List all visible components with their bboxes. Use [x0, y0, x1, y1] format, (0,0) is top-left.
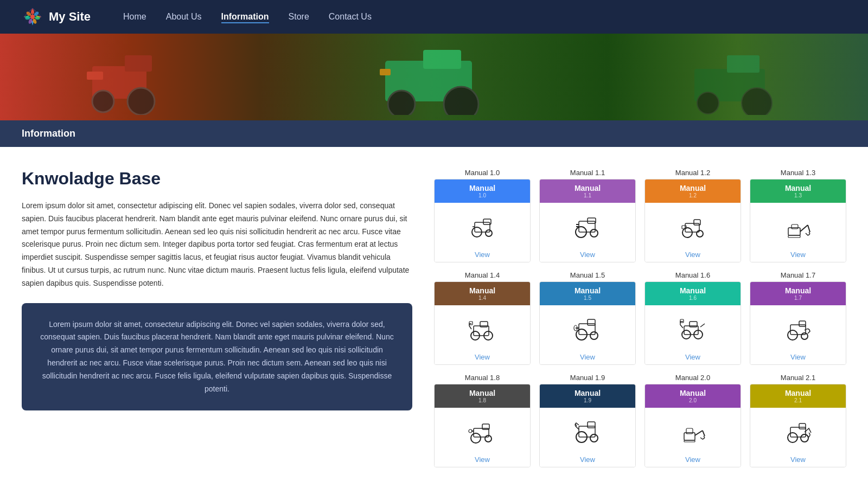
manual-icon: [540, 203, 635, 248]
manual-header: Manual 1.0: [435, 179, 530, 203]
manual-title: Manual: [575, 286, 601, 295]
manual-view-link[interactable]: View: [540, 351, 635, 364]
manual-num: 2.0: [689, 397, 697, 403]
manual-header: Manual 2.1: [750, 384, 846, 408]
manual-card-1.4: Manual 1.4 Manual 1.4 View: [434, 271, 531, 365]
manual-label: Manual 1.4: [465, 271, 500, 279]
nav-item-contact[interactable]: Contact Us: [329, 12, 372, 22]
breadcrumb-bar: Information: [0, 120, 868, 147]
svg-point-39: [682, 228, 692, 237]
manual-inner: Manual 1.6 View: [644, 281, 741, 365]
manual-inner: Manual 1.5 View: [539, 281, 636, 365]
manual-title: Manual: [785, 286, 811, 295]
manual-icon: [750, 408, 846, 453]
manual-inner: Manual 1.4 View: [434, 281, 531, 365]
kb-box-text: Lorem ipsum dolor sit amet, consectetur …: [39, 318, 395, 396]
svg-point-15: [92, 91, 114, 112]
manual-num: 1.7: [794, 295, 802, 301]
manual-inner: Manual 1.0 View: [434, 179, 531, 262]
svg-rect-82: [684, 440, 695, 442]
manual-view-link[interactable]: View: [645, 351, 741, 364]
manuals-grid: Manual 1.0 Manual 1.0 View Manual 1.1 Ma…: [434, 169, 846, 467]
manual-num: 1.2: [689, 192, 697, 198]
manual-header: Manual 2.0: [645, 384, 741, 408]
manual-card-1.2: Manual 1.2 Manual 1.2 View: [644, 169, 741, 262]
manual-header: Manual 1.9: [540, 384, 635, 408]
manual-view-link[interactable]: View: [435, 351, 530, 364]
manual-view-link[interactable]: View: [540, 453, 635, 467]
manual-num: 1.6: [689, 295, 697, 301]
manual-icon: [435, 305, 530, 351]
nav-item-home[interactable]: Home: [123, 12, 146, 22]
manual-view-link[interactable]: View: [750, 248, 846, 262]
navbar: My Site Home About Us Information Store …: [0, 0, 868, 34]
manual-view-link[interactable]: View: [435, 453, 530, 467]
manual-view-link[interactable]: View: [435, 248, 530, 262]
manual-num: 1.1: [584, 192, 591, 198]
left-column: Knwoladge Base Lorem ipsum dolor sit ame…: [22, 169, 412, 467]
manual-icon: [750, 305, 846, 351]
manual-label: Manual 1.8: [465, 374, 500, 382]
manual-label: Manual 1.9: [570, 374, 605, 382]
manual-title: Manual: [680, 286, 706, 295]
nav-item-store[interactable]: Store: [289, 12, 309, 22]
manual-card-1.1: Manual 1.1 Manual 1.1 View: [539, 169, 636, 262]
manual-inner: Manual 1.1 View: [539, 179, 636, 262]
manual-header: Manual 1.3: [750, 179, 846, 203]
manual-num: 1.8: [478, 397, 486, 403]
manual-num: 1.5: [584, 295, 591, 301]
manual-icon: [750, 203, 846, 248]
manual-num: 2.1: [794, 397, 802, 403]
nav-item-information[interactable]: Information: [221, 12, 269, 22]
manual-header: Manual 1.5: [540, 282, 635, 305]
manual-inner: Manual 1.2 View: [644, 179, 741, 262]
manual-view-link[interactable]: View: [540, 248, 635, 262]
manual-label: Manual 1.2: [675, 169, 710, 177]
manual-view-link[interactable]: View: [645, 248, 741, 262]
svg-point-67: [801, 333, 808, 339]
manual-inner: Manual 2.0 View: [644, 384, 741, 467]
manual-card-2.0: Manual 2.0 Manual 2.0 View: [644, 374, 741, 467]
manual-icon: [645, 203, 741, 248]
manual-inner: Manual 1.7 View: [750, 281, 846, 365]
manual-inner: Manual 1.9 View: [539, 384, 636, 467]
manual-label: Manual 1.5: [570, 271, 605, 279]
svg-rect-79: [588, 422, 595, 428]
manual-header: Manual 1.4: [435, 282, 530, 305]
manual-card-2.1: Manual 2.1 Manual 2.1 View: [750, 374, 846, 467]
manual-inner: Manual 1.3 View: [750, 179, 846, 262]
manual-title: Manual: [785, 184, 811, 192]
hero-banner: [0, 34, 868, 120]
svg-point-66: [788, 330, 797, 340]
nav-item-about[interactable]: About Us: [166, 12, 202, 22]
manual-card-1.6: Manual 1.6 Manual 1.6 View: [644, 271, 741, 365]
manual-header: Manual 1.8: [435, 384, 530, 408]
manual-view-link[interactable]: View: [750, 453, 846, 467]
svg-line-46: [800, 225, 808, 232]
manual-num: 1.0: [478, 192, 486, 198]
manual-view-link[interactable]: View: [750, 351, 846, 364]
manual-title: Manual: [575, 184, 601, 192]
manual-title: Manual: [680, 184, 706, 192]
manual-num: 1.9: [584, 397, 591, 403]
manual-title: Manual: [680, 389, 706, 397]
logo-icon: [22, 6, 43, 28]
kb-title: Knwoladge Base: [22, 169, 412, 189]
manual-view-link[interactable]: View: [645, 453, 741, 467]
manual-icon: [540, 305, 635, 351]
svg-rect-48: [792, 224, 798, 229]
hero-tractor-left: [81, 39, 190, 115]
manual-title: Manual: [469, 389, 495, 397]
svg-rect-18: [87, 72, 103, 80]
svg-point-55: [590, 332, 598, 339]
svg-line-85: [703, 431, 705, 436]
site-logo[interactable]: My Site: [22, 6, 91, 28]
manual-title: Manual: [575, 389, 601, 397]
svg-rect-36: [588, 218, 596, 223]
main-content: Knwoladge Base Lorem ipsum dolor sit ame…: [0, 147, 868, 488]
manual-inner: Manual 1.8 View: [434, 384, 531, 467]
manual-num: 1.3: [794, 192, 802, 198]
manual-label: Manual 2.0: [675, 374, 710, 382]
manual-icon: [540, 408, 635, 453]
svg-point-71: [485, 435, 492, 442]
